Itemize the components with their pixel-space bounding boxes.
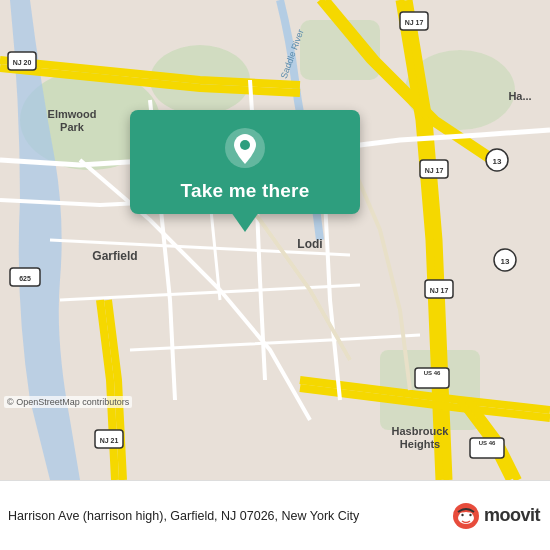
svg-text:US 46: US 46 [424, 370, 441, 376]
moovit-brand-text: moovit [484, 505, 540, 526]
take-me-there-button[interactable]: Take me there [181, 180, 310, 202]
svg-text:Park: Park [60, 121, 85, 133]
svg-point-40 [461, 513, 463, 515]
svg-text:NJ 17: NJ 17 [430, 287, 449, 294]
callout-card: Take me there [130, 110, 360, 214]
svg-text:Ha...: Ha... [508, 90, 531, 102]
svg-text:Garfield: Garfield [92, 249, 137, 263]
svg-point-35 [240, 140, 250, 150]
address-section: Harrison Ave (harrison high), Garfield, … [8, 509, 442, 523]
svg-text:NJ 17: NJ 17 [425, 167, 444, 174]
svg-text:NJ 20: NJ 20 [13, 59, 32, 66]
bottom-bar: Harrison Ave (harrison high), Garfield, … [0, 480, 550, 550]
svg-text:NJ 21: NJ 21 [100, 437, 119, 444]
moovit-logo: moovit [452, 502, 540, 530]
svg-text:13: 13 [501, 257, 510, 266]
map-container: NJ 20 NJ 17 NJ 17 NJ 17 13 13 US 46 US 4… [0, 0, 550, 480]
svg-text:13: 13 [493, 157, 502, 166]
svg-point-41 [469, 513, 471, 515]
location-pin-icon [223, 126, 267, 170]
svg-text:NJ 17: NJ 17 [405, 19, 424, 26]
moovit-logo-icon [452, 502, 480, 530]
map-svg: NJ 20 NJ 17 NJ 17 NJ 17 13 13 US 46 US 4… [0, 0, 550, 480]
svg-text:Hasbrouck: Hasbrouck [392, 425, 450, 437]
svg-text:Lodi: Lodi [297, 237, 322, 251]
svg-text:Elmwood: Elmwood [48, 108, 97, 120]
svg-text:625: 625 [19, 275, 31, 282]
address-line: Harrison Ave (harrison high), Garfield, … [8, 509, 442, 523]
map-attribution: © OpenStreetMap contributors [4, 396, 132, 408]
svg-text:US 46: US 46 [479, 440, 496, 446]
svg-text:Heights: Heights [400, 438, 440, 450]
